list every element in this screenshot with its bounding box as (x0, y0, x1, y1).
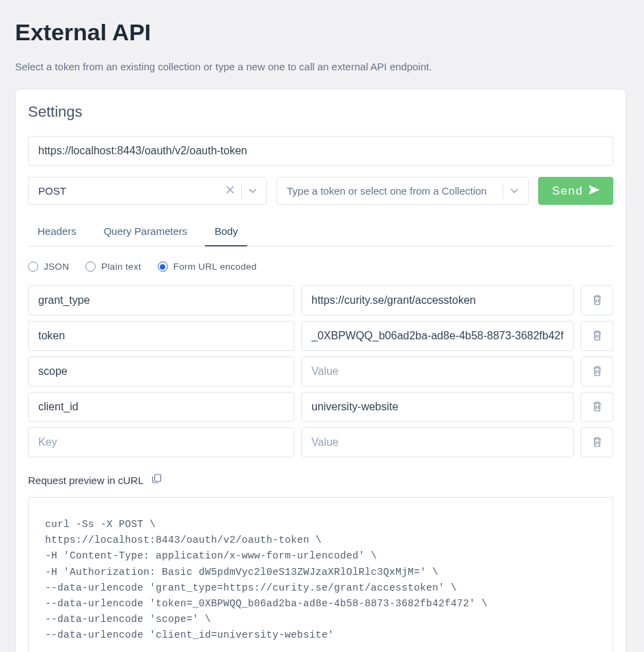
radio-label-form-url-encoded: Form URL encoded (173, 261, 257, 272)
radio-label-json: JSON (44, 261, 69, 272)
radio-plain-text[interactable]: Plain text (85, 261, 141, 272)
radio-label-plain-text: Plain text (101, 261, 141, 272)
radio-circle-icon (85, 261, 96, 272)
settings-card: Settings POST (15, 89, 626, 652)
key-input[interactable] (28, 285, 294, 315)
delete-row-button[interactable] (580, 285, 613, 315)
form-data-rows (28, 285, 613, 457)
settings-title: Settings (28, 103, 613, 121)
preview-title: Request preview in cURL (28, 474, 143, 486)
body-type-radios: JSON Plain text Form URL encoded (28, 261, 613, 272)
copy-icon (152, 474, 162, 486)
page-title: External API (15, 19, 626, 46)
radio-circle-icon (28, 261, 38, 272)
send-icon (589, 184, 600, 198)
tab-query-parameters[interactable]: Query Parameters (94, 218, 197, 246)
copy-button[interactable] (150, 472, 163, 487)
divider (503, 183, 503, 199)
trash-icon (592, 365, 602, 378)
delete-row-button[interactable] (580, 392, 613, 422)
value-input[interactable] (301, 392, 574, 422)
value-input[interactable] (301, 321, 574, 351)
key-input[interactable] (28, 321, 294, 351)
key-input[interactable] (28, 427, 294, 457)
trash-icon (592, 294, 602, 307)
tabs: Headers Query Parameters Body (28, 218, 613, 246)
chevron-down-icon (510, 186, 518, 196)
token-select[interactable]: Type a token or select one from a Collec… (277, 177, 529, 205)
form-row (28, 321, 613, 351)
clear-method-button[interactable] (221, 182, 240, 200)
curl-preview[interactable]: curl -Ss -X POST \ https://localhost:844… (28, 497, 613, 652)
send-label: Send (552, 184, 583, 198)
divider (241, 183, 242, 199)
value-input[interactable] (301, 356, 574, 386)
trash-icon (592, 330, 602, 343)
close-icon (226, 186, 234, 196)
delete-row-button[interactable] (580, 356, 613, 386)
token-placeholder: Type a token or select one from a Collec… (287, 184, 501, 198)
send-button[interactable]: Send (538, 177, 613, 205)
page-description: Select a token from an existing collecti… (15, 61, 626, 72)
trash-icon (592, 436, 602, 449)
radio-circle-checked-icon (158, 261, 168, 272)
value-input[interactable] (301, 285, 574, 315)
method-value: POST (38, 185, 221, 197)
trash-icon (592, 401, 602, 414)
method-dropdown-button[interactable] (243, 182, 262, 200)
token-dropdown-button[interactable] (505, 182, 524, 200)
tab-headers[interactable]: Headers (28, 218, 86, 246)
method-select[interactable]: POST (28, 177, 267, 205)
form-row (28, 356, 613, 386)
url-input[interactable] (28, 136, 613, 166)
delete-row-button[interactable] (580, 427, 613, 457)
form-row (28, 285, 613, 315)
form-row (28, 427, 613, 457)
delete-row-button[interactable] (580, 321, 613, 351)
value-input[interactable] (301, 427, 574, 457)
tab-body[interactable]: Body (205, 218, 247, 246)
form-row (28, 392, 613, 422)
radio-form-url-encoded[interactable]: Form URL encoded (158, 261, 257, 272)
key-input[interactable] (28, 356, 294, 386)
chevron-down-icon (249, 186, 257, 196)
radio-json[interactable]: JSON (28, 261, 69, 272)
svg-rect-0 (155, 474, 161, 481)
key-input[interactable] (28, 392, 294, 422)
